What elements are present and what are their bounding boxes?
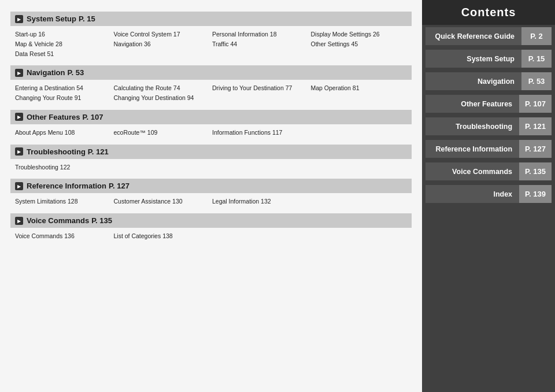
item-text: ecoRoute™ 109 [114, 128, 210, 138]
sidebar-item-label-7: Index [426, 186, 519, 203]
sidebar-item-page-1: P. 15 [521, 50, 552, 68]
section-title-other-features: Other Features [27, 113, 80, 121]
sidebar-item-5[interactable]: Reference InformationP. 127 [426, 140, 552, 158]
item-text: Legal Information 132 [212, 197, 309, 206]
sidebar-item-page-7: P. 139 [519, 185, 552, 203]
item-text [311, 232, 408, 241]
section-icon-reference-information [15, 182, 23, 190]
sidebar-item-page-6: P. 135 [519, 162, 552, 180]
section-page-reference-information: P. 127 [109, 182, 130, 190]
sidebar-item-2[interactable]: NavigationP. 53 [426, 72, 552, 90]
item-text: Troubleshooting 122 [15, 163, 112, 172]
item-text: Customer Assistance 130 [114, 197, 210, 206]
item-text [114, 163, 210, 172]
section-voice-commands: Voice CommandsP. 135Voice Commands 136Li… [10, 213, 412, 242]
item-text: Information Functions 117 [212, 128, 309, 138]
section-items-navigation: Entering a Destination 54Calculating the… [10, 82, 412, 104]
sidebar-item-label-6: Voice Commands [426, 163, 519, 180]
section-other-features: Other FeaturesP. 107About Apps Menu 108e… [10, 110, 412, 139]
section-system-setup: System SetupP. 15Start-up 16Voice Contro… [10, 12, 412, 60]
section-title-system-setup: System Setup [27, 14, 76, 23]
item-text: About Apps Menu 108 [15, 128, 112, 138]
section-troubleshooting: TroubleshootingP. 121Troubleshooting 122 [10, 145, 412, 173]
item-text: Map & Vehicle 28 [15, 40, 112, 49]
item-text [212, 50, 309, 59]
section-page-other-features: P. 107 [82, 113, 103, 121]
sidebar-item-label-2: Navigation [426, 73, 521, 90]
section-navigation: NavigationP. 53Entering a Destination 54… [10, 65, 412, 104]
sidebar-item-6[interactable]: Voice CommandsP. 135 [426, 162, 552, 180]
section-icon-navigation [15, 69, 23, 77]
section-header-reference-information: Reference InformationP. 127 [10, 179, 412, 193]
item-text [311, 163, 408, 172]
section-icon-troubleshooting [15, 147, 23, 156]
item-text: Start-up 16 [15, 30, 112, 39]
item-text: Personal Information 18 [212, 30, 309, 39]
section-page-system-setup: P. 15 [79, 14, 95, 23]
item-text: Data Reset 51 [15, 50, 112, 59]
section-page-troubleshooting: P. 121 [88, 147, 109, 156]
sidebar-item-page-4: P. 121 [519, 117, 552, 135]
section-icon-other-features [15, 113, 23, 121]
item-text: Calculating the Route 74 [114, 84, 210, 93]
sidebar: Contents Quick Reference GuideP. 2System… [422, 0, 555, 392]
item-text: Traffic 44 [212, 40, 309, 49]
item-text [212, 232, 309, 241]
sidebar-item-label-1: System Setup [426, 50, 521, 68]
item-text [212, 94, 309, 103]
item-text: List of Categories 138 [114, 232, 210, 241]
section-page-voice-commands: P. 135 [91, 216, 112, 225]
section-title-navigation: Navigation [27, 68, 65, 77]
item-text [212, 163, 309, 172]
section-items-voice-commands: Voice Commands 136List of Categories 138 [10, 230, 412, 242]
sidebar-item-label-5: Reference Information [426, 140, 519, 158]
item-text: Map Operation 81 [311, 84, 408, 93]
item-text [311, 50, 408, 59]
item-text: Driving to Your Destination 77 [212, 84, 309, 93]
main-content: System SetupP. 15Start-up 16Voice Contro… [0, 0, 422, 392]
section-icon-voice-commands [15, 217, 23, 225]
sidebar-item-0[interactable]: Quick Reference GuideP. 2 [426, 27, 552, 45]
sidebar-item-7[interactable]: IndexP. 139 [426, 185, 552, 203]
item-text: Display Mode Settings 26 [311, 30, 408, 39]
sidebar-item-1[interactable]: System SetupP. 15 [426, 50, 552, 68]
item-text: Voice Commands 136 [15, 232, 112, 241]
section-icon-system-setup [15, 15, 23, 23]
sidebar-item-3[interactable]: Other FeaturesP. 107 [426, 95, 552, 113]
section-reference-information: Reference InformationP. 127System Limita… [10, 179, 412, 208]
sidebar-item-label-4: Troubleshooting [426, 118, 519, 135]
item-text [311, 128, 408, 138]
item-text [114, 50, 210, 59]
section-items-reference-information: System Limitations 128Customer Assistanc… [10, 195, 412, 208]
item-text: Changing Your Destination 94 [114, 94, 210, 103]
section-title-reference-information: Reference Information [27, 182, 106, 190]
section-header-voice-commands: Voice CommandsP. 135 [10, 213, 412, 228]
item-text: Changing Your Route 91 [15, 94, 112, 103]
sidebar-item-page-5: P. 127 [519, 140, 552, 158]
section-items-system-setup: Start-up 16Voice Control System 17Person… [10, 28, 412, 60]
section-items-troubleshooting: Troubleshooting 122 [10, 161, 412, 173]
item-text: Other Settings 45 [311, 40, 408, 49]
sidebar-item-page-0: P. 2 [521, 27, 552, 45]
section-title-troubleshooting: Troubleshooting [27, 147, 86, 156]
item-text: Entering a Destination 54 [15, 84, 112, 93]
item-text: System Limitations 128 [15, 197, 112, 206]
sidebar-item-page-2: P. 53 [521, 72, 552, 90]
item-text [311, 197, 408, 206]
section-header-other-features: Other FeaturesP. 107 [10, 110, 412, 124]
section-header-navigation: NavigationP. 53 [10, 65, 412, 80]
sidebar-item-page-3: P. 107 [519, 95, 552, 113]
section-page-navigation: P. 53 [67, 68, 84, 77]
sidebar-item-4[interactable]: TroubleshootingP. 121 [426, 117, 552, 135]
item-text: Navigation 36 [114, 40, 210, 49]
section-items-other-features: About Apps Menu 108ecoRoute™ 109Informat… [10, 127, 412, 139]
item-text: Voice Control System 17 [114, 30, 210, 39]
item-text [311, 94, 408, 103]
sidebar-item-label-3: Other Features [426, 95, 519, 113]
section-title-voice-commands: Voice Commands [27, 216, 89, 225]
section-header-troubleshooting: TroubleshootingP. 121 [10, 145, 412, 159]
section-header-system-setup: System SetupP. 15 [10, 12, 412, 26]
sidebar-item-label-0: Quick Reference Guide [426, 28, 521, 45]
sidebar-title: Contents [422, 0, 555, 25]
